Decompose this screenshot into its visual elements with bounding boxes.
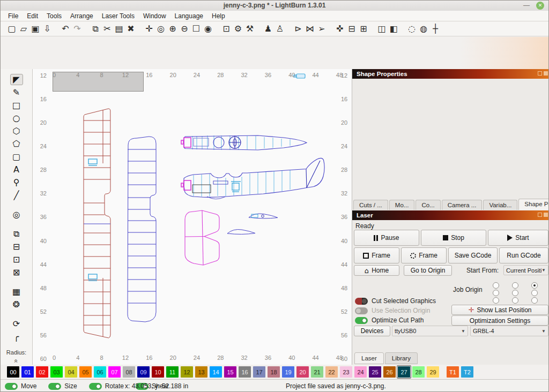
- color-swatch[interactable]: 24: [354, 366, 367, 378]
- target-icon[interactable]: ✜: [334, 23, 346, 35]
- user-icon[interactable]: ♙: [274, 23, 286, 35]
- float-panel-icon[interactable]: [538, 213, 542, 217]
- preview-icon[interactable]: ⊡: [220, 23, 232, 35]
- show-last-position-button[interactable]: ✛Show Last Position: [451, 305, 548, 315]
- job-origin-radio[interactable]: [493, 290, 499, 296]
- draw-lines-tool[interactable]: ✎: [10, 87, 23, 98]
- home-button[interactable]: ⌂Home: [354, 265, 399, 276]
- cut-selected-switch[interactable]: [355, 298, 368, 305]
- status-toggle[interactable]: Move: [5, 382, 36, 390]
- zoom-in-icon[interactable]: ⊕: [167, 23, 179, 35]
- optimize-cut-path-switch[interactable]: [355, 317, 368, 324]
- color-swatch[interactable]: 26: [383, 366, 396, 378]
- boolean-difference-tool[interactable]: ⊠: [10, 267, 23, 278]
- panel-tab[interactable]: Mo...: [389, 200, 415, 210]
- text-tool[interactable]: A: [10, 164, 23, 175]
- position-laser-tool[interactable]: ⚲: [10, 177, 23, 188]
- menu-item[interactable]: File: [4, 11, 23, 21]
- frame-circle-button[interactable]: Frame: [401, 247, 447, 263]
- job-origin-radio[interactable]: [512, 290, 518, 296]
- frame-square-button[interactable]: Frame: [354, 247, 399, 263]
- cut-selected-toggle[interactable]: Cut Selected Graphics: [355, 297, 436, 305]
- color-swatch[interactable]: 03: [50, 366, 63, 378]
- pan-icon[interactable]: ✛: [143, 23, 155, 35]
- use-selection-origin-toggle[interactable]: Use Selection Origin: [355, 307, 430, 314]
- cut-icon[interactable]: ✂: [101, 23, 113, 35]
- panel-bottom-tab[interactable]: Library: [385, 352, 418, 364]
- color-swatch[interactable]: 07: [108, 366, 121, 378]
- close-panel-icon[interactable]: [544, 213, 548, 217]
- devices-button[interactable]: Devices: [354, 326, 390, 336]
- color-swatch[interactable]: 29: [427, 366, 439, 378]
- ellipse-tool[interactable]: ○: [10, 112, 23, 124]
- color-swatch[interactable]: 20: [296, 366, 309, 378]
- color-swatch[interactable]: 25: [369, 366, 381, 378]
- optimization-settings-button[interactable]: Optimization Settings: [451, 315, 548, 326]
- color-swatch[interactable]: 15: [224, 366, 236, 378]
- run-gcode-button[interactable]: Run GCode: [499, 247, 548, 263]
- color-swatch[interactable]: 14: [210, 366, 222, 378]
- menu-item[interactable]: Arrange: [66, 11, 98, 21]
- color-swatch[interactable]: T1: [447, 366, 459, 378]
- color-swatch[interactable]: 27: [398, 366, 410, 378]
- job-origin-radio[interactable]: [512, 297, 518, 304]
- zoom-page-icon[interactable]: ◎: [155, 23, 167, 35]
- menu-item[interactable]: Laser Tools: [98, 11, 139, 21]
- align-vertical-icon[interactable]: ⊞: [358, 23, 369, 35]
- circular-array-tool[interactable]: ❂: [10, 299, 23, 310]
- menu-item[interactable]: Edit: [23, 11, 42, 21]
- menu-item[interactable]: Tools: [42, 11, 66, 21]
- color-swatch[interactable]: 02: [36, 366, 48, 378]
- color-swatch[interactable]: 10: [152, 366, 164, 378]
- panel-tab[interactable]: Variab...: [483, 200, 517, 210]
- users-icon[interactable]: ♟: [262, 23, 274, 35]
- close-panel-icon[interactable]: [544, 71, 548, 76]
- align-horizontal-icon[interactable]: ⊟: [346, 23, 358, 35]
- grid-array-tool[interactable]: ▦: [10, 286, 23, 297]
- color-swatch[interactable]: 13: [195, 366, 207, 378]
- minimize-button[interactable]: —: [523, 2, 530, 10]
- save-file-icon[interactable]: ▣: [29, 23, 41, 35]
- paste-icon[interactable]: ▤: [113, 23, 125, 35]
- boolean-union-tool[interactable]: ⧉: [10, 228, 23, 239]
- mirror-icon[interactable]: ⋈: [304, 23, 316, 35]
- boolean-intersect-tool[interactable]: ⊡: [10, 254, 23, 265]
- color-swatch[interactable]: 17: [253, 366, 265, 378]
- stop-button[interactable]: Stop: [421, 230, 486, 246]
- menu-item[interactable]: Help: [207, 11, 229, 21]
- delete-icon[interactable]: ✖: [125, 23, 137, 35]
- select-tool[interactable]: ◤: [10, 74, 23, 85]
- distribute-horizontal-icon[interactable]: ◫: [376, 23, 388, 35]
- copy-icon[interactable]: ⧉: [90, 23, 101, 35]
- color-swatch[interactable]: 23: [340, 366, 352, 378]
- measure-tool[interactable]: ╱: [10, 190, 23, 201]
- panel-tab[interactable]: Co...: [416, 200, 440, 210]
- boolean-subtract-tool[interactable]: ⊟: [10, 241, 23, 252]
- redo-icon[interactable]: ↷: [71, 23, 83, 35]
- move-to-position-icon[interactable]: ┼: [429, 23, 441, 35]
- color-swatch[interactable]: 21: [311, 366, 323, 378]
- status-toggle-switch[interactable]: [48, 383, 61, 390]
- device-settings-icon[interactable]: ⚒: [244, 23, 256, 35]
- workspace-canvas[interactable]: 04812162024283236404448 0481216202428323…: [33, 69, 352, 365]
- dock-rect-icon[interactable]: ◍: [418, 23, 429, 35]
- status-toggle[interactable]: Rotate: [89, 382, 124, 390]
- new-file-icon[interactable]: ▢: [6, 23, 18, 35]
- color-swatch[interactable]: 08: [123, 366, 135, 378]
- color-swatch[interactable]: 16: [239, 366, 251, 378]
- radius-spinner[interactable]: «: [13, 359, 20, 363]
- frame-selection-icon[interactable]: ☐: [190, 23, 202, 35]
- settings-icon[interactable]: ⚙: [232, 23, 244, 35]
- dashed-rect-tool[interactable]: ▢: [10, 151, 23, 162]
- titlebar[interactable]: jenny-c-3.png * - LightBurn 1.3.01 — ✕: [1, 1, 548, 11]
- pause-button[interactable]: Pause: [354, 230, 419, 246]
- rectangle-tool[interactable]: □: [10, 100, 23, 111]
- panel-tab[interactable]: Camera ...: [442, 200, 483, 210]
- job-origin-radio[interactable]: [531, 290, 538, 296]
- send-icon[interactable]: ➢: [316, 23, 328, 35]
- port-dropdown[interactable]: ttyUSB0▼: [392, 326, 468, 336]
- color-swatch[interactable]: 05: [79, 366, 92, 378]
- color-swatch[interactable]: 06: [94, 366, 106, 378]
- shape-properties-header[interactable]: Shape Properties: [352, 69, 549, 79]
- camera-capture-icon[interactable]: ◉: [202, 23, 214, 35]
